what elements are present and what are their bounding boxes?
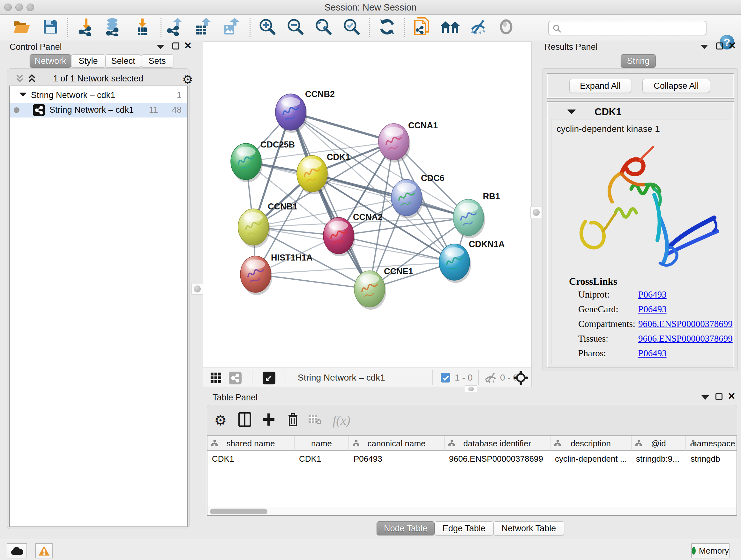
column-header-canonical-name[interactable]: canonical name: [349, 436, 445, 451]
network-row[interactable]: String Network – cdk1 11 48: [10, 103, 187, 118]
crosslink-compartments-link[interactable]: 9606.ENSP00000378699: [638, 319, 733, 329]
crosslink-uniprot-link[interactable]: P06493: [638, 289, 667, 300]
save-session-icon[interactable]: [43, 19, 58, 36]
column-header-description[interactable]: description: [550, 436, 631, 451]
crosslink-genecard-link[interactable]: P06493: [638, 304, 667, 314]
birdseye-crosshair-icon[interactable]: [514, 370, 528, 386]
expand-all-button[interactable]: Expand All: [569, 79, 631, 93]
tab-string[interactable]: String: [621, 54, 656, 68]
network-options-gear-icon[interactable]: ⚙: [182, 72, 193, 86]
string-home-icon[interactable]: [440, 19, 461, 36]
scrollbar-thumb[interactable]: [210, 509, 267, 514]
graph-node-RB1[interactable]: RB1: [453, 192, 500, 238]
table-panel-close-button[interactable]: ✕: [728, 393, 736, 400]
column-header-shared-name[interactable]: shared name: [207, 436, 294, 451]
zoom-fit-icon[interactable]: [315, 18, 333, 37]
results-panel-menu-button[interactable]: [700, 45, 708, 49]
graph-node-HIST1H1A[interactable]: HIST1H1A: [240, 253, 313, 295]
hidden-eye-slash-icon[interactable]: [484, 373, 497, 384]
crosslink-tissues-link[interactable]: 9606.ENSP00000378699: [638, 333, 733, 344]
table-panel-menu-button[interactable]: [701, 395, 709, 400]
open-session-icon[interactable]: [12, 19, 31, 36]
graph-node-CCNA2[interactable]: CCNA2: [323, 212, 383, 256]
refresh-icon[interactable]: [379, 18, 396, 37]
network-selection-status: 1 of 1 Network selected: [7, 74, 189, 84]
export-image-icon[interactable]: [222, 18, 240, 37]
column-header-name[interactable]: name: [294, 436, 349, 451]
crosslink-label: Compartments:: [578, 319, 635, 329]
toolbar-separator: [67, 18, 68, 37]
network-share-view-icon[interactable]: [229, 372, 242, 384]
bottom-splitter-handle[interactable]: [465, 385, 477, 392]
zoom-in-icon[interactable]: [259, 18, 276, 37]
tab-node-table[interactable]: Node Table: [377, 521, 434, 536]
cloud-status-button[interactable]: [7, 543, 27, 558]
crosslink-label: Tissues:: [578, 333, 608, 344]
tab-edge-table[interactable]: Edge Table: [434, 521, 493, 536]
left-splitter-handle[interactable]: [192, 283, 203, 295]
network-collection-row[interactable]: String Network – cdk1 1: [10, 88, 187, 103]
node-table[interactable]: shared namenamecanonical namedatabase id…: [207, 435, 737, 516]
show-hide-icon[interactable]: [469, 18, 487, 37]
table-cell[interactable]: P06493: [349, 451, 445, 466]
tab-network-table[interactable]: Network Table: [493, 521, 564, 536]
graph-node-CDC6[interactable]: CDC6: [391, 173, 445, 219]
show-columns-icon[interactable]: [239, 412, 251, 428]
table-horizontal-scrollbar[interactable]: [207, 507, 737, 515]
tab-sets[interactable]: Sets: [141, 54, 173, 68]
add-column-icon[interactable]: [262, 412, 275, 428]
protein-collapse-arrow-icon[interactable]: [567, 110, 576, 114]
control-panel-float-button[interactable]: [172, 43, 179, 50]
function-builder-icon[interactable]: f(x): [333, 413, 350, 428]
delete-table-icon[interactable]: [308, 414, 322, 426]
table-cell[interactable]: CDK1: [294, 451, 349, 466]
tab-style[interactable]: Style: [71, 54, 105, 68]
results-panel-close-button[interactable]: ✕: [728, 42, 736, 49]
zoom-out-icon[interactable]: [286, 18, 305, 37]
network-view[interactable]: CCNB2CCNA1CDC25BCDK1CDC6RB1CCNB1CCNA2CDK…: [203, 42, 532, 368]
warning-status-button[interactable]: [35, 543, 53, 558]
collection-expand-arrow-icon[interactable]: [19, 92, 26, 97]
results-panel-float-button[interactable]: [716, 43, 723, 50]
delete-column-icon[interactable]: [287, 412, 299, 428]
control-panel-close-button[interactable]: ✕: [184, 42, 192, 49]
table-cell[interactable]: stringdb:9...: [631, 451, 686, 466]
search-input[interactable]: [564, 22, 701, 34]
column-header-namespace[interactable]: namespace: [686, 436, 737, 451]
tab-select[interactable]: Select: [105, 54, 141, 68]
column-header-@id[interactable]: @id: [631, 436, 686, 451]
export-table-icon[interactable]: [195, 18, 212, 37]
export-network-icon[interactable]: [167, 18, 184, 37]
import-network-from-database-icon[interactable]: [104, 18, 122, 37]
table-header-row: shared namenamecanonical namedatabase id…: [207, 436, 737, 451]
selected-nodes-checkbox[interactable]: [441, 373, 450, 382]
import-network-icon[interactable]: [78, 18, 94, 37]
memory-button[interactable]: Memory: [691, 543, 730, 558]
graph-node-CCNE1[interactable]: CCNE1: [354, 266, 413, 310]
graph-node-CCNB1[interactable]: CCNB1: [238, 202, 297, 248]
table-cell[interactable]: CDK1: [207, 451, 294, 466]
table-cell[interactable]: stringdb: [686, 451, 737, 466]
detach-view-icon[interactable]: [263, 372, 275, 384]
graph-node-CDC25B[interactable]: CDC25B: [231, 140, 295, 182]
grid-view-icon[interactable]: [210, 372, 222, 385]
import-table-icon[interactable]: [134, 18, 151, 37]
table-cell[interactable]: cyclin-dependent ...: [550, 451, 631, 466]
network-view-toolbar: String Network – cdk1 1 - 0 0 - 0: [203, 368, 532, 387]
control-panel-menu-button[interactable]: [157, 45, 164, 49]
zoom-selected-icon[interactable]: [343, 18, 360, 37]
table-panel-float-button[interactable]: [716, 393, 723, 400]
collapse-all-button[interactable]: Collapse All: [643, 79, 710, 93]
column-header-database-identifier[interactable]: database identifier: [445, 436, 550, 451]
string-document-icon[interactable]: [414, 17, 430, 38]
crosslink-pharos-link[interactable]: P06493: [638, 348, 667, 359]
network-graph[interactable]: CCNB2CCNA1CDC25BCDK1CDC6RB1CCNB1CCNA2CDK…: [203, 42, 531, 368]
graph-node-CDKN1A[interactable]: CDKN1A: [439, 240, 505, 283]
graph-node-CCNB2[interactable]: CCNB2: [275, 89, 335, 133]
crosslink-label: Pharos:: [578, 348, 606, 359]
eye-icon[interactable]: [498, 19, 514, 36]
search-box[interactable]: [548, 21, 706, 36]
table-cell[interactable]: 9606.ENSP00000378699: [445, 451, 550, 466]
tab-network[interactable]: Network: [30, 54, 71, 68]
table-gear-icon[interactable]: ⚙: [214, 412, 226, 428]
